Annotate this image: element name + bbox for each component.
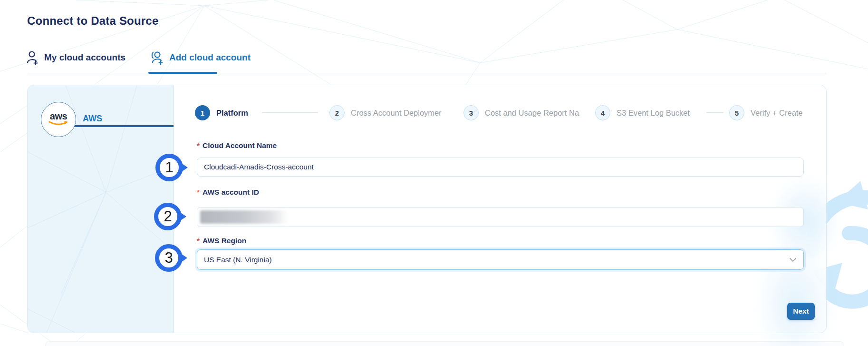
screen: Connect to Data Source My cloud accounts…	[0, 0, 868, 346]
aws-region-label: * AWS Region	[197, 237, 246, 245]
next-section-card	[45, 341, 844, 346]
step-s3-event-log-bucket[interactable]: 4 S3 Event Log Bucket	[595, 105, 690, 120]
step-label: Verify + Create	[751, 109, 803, 118]
step-number: 4	[595, 105, 610, 120]
chevron-down-icon	[789, 257, 797, 262]
step-label: S3 Event Log Bucket	[617, 109, 690, 118]
cloud-account-name-label: * Cloud Account Name	[197, 141, 277, 150]
step-cost-usage-report[interactable]: 3 Cost and Usage Report Na	[463, 105, 579, 120]
step-number: 5	[729, 105, 744, 120]
step-number: 2	[329, 105, 345, 120]
tab-add-cloud-account[interactable]: Add cloud account	[150, 48, 251, 68]
redacted-account-id	[200, 210, 288, 224]
users-add-icon	[150, 50, 164, 65]
step-verify-create[interactable]: 5 Verify + Create	[729, 105, 803, 120]
provider-sidebar: aws AWS	[28, 85, 174, 333]
provider-active-underline	[72, 125, 174, 127]
aws-logo-text: aws	[50, 112, 67, 120]
step-label: Cost and Usage Report Na	[485, 109, 579, 118]
aws-smile-icon	[48, 120, 69, 127]
cloud-account-name-input[interactable]	[197, 158, 804, 177]
step-cross-account-deployment[interactable]: 2 Cross Account Deploymer	[329, 105, 442, 120]
aws-region-select[interactable]: US East (N. Virginia)	[197, 249, 804, 270]
provider-name: AWS	[83, 114, 102, 124]
tab-label: My cloud accounts	[44, 52, 125, 63]
step-connector	[706, 112, 723, 113]
active-tab-underline	[148, 72, 217, 74]
step-connector	[262, 112, 318, 113]
required-marker: *	[197, 188, 200, 197]
step-platform[interactable]: 1 Platform	[195, 105, 248, 120]
aws-logo[interactable]: aws	[41, 102, 76, 137]
required-marker: *	[197, 141, 200, 150]
required-marker: *	[197, 237, 200, 245]
add-account-panel: aws AWS 1 Platform 2 Cross Account Deplo…	[27, 85, 827, 333]
page-title: Connect to Data Source	[27, 14, 158, 28]
annotation-marker-1: 1	[155, 154, 183, 181]
annotation-marker-3: 3	[155, 244, 183, 272]
tab-label: Add cloud account	[169, 52, 251, 63]
aws-account-id-label: * AWS account ID	[197, 188, 259, 197]
step-number: 3	[463, 105, 479, 120]
step-number: 1	[195, 105, 210, 120]
tab-my-cloud-accounts[interactable]: My cloud accounts	[26, 48, 125, 68]
user-add-icon	[26, 50, 39, 65]
step-label: Cross Account Deploymer	[351, 109, 442, 118]
next-button[interactable]: Next	[787, 303, 815, 320]
annotation-marker-2: 2	[154, 203, 182, 230]
tab-separator	[27, 73, 827, 73]
step-label: Platform	[216, 109, 248, 118]
aws-region-value: US East (N. Virginia)	[204, 256, 272, 264]
